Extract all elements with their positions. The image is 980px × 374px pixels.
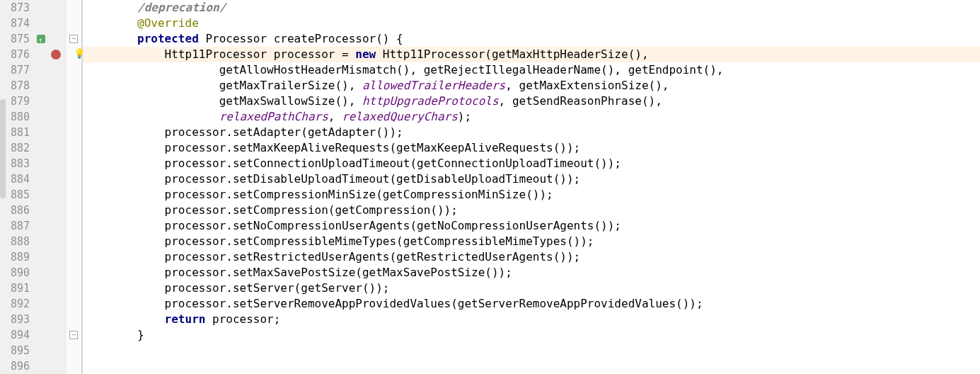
fold-cell[interactable] — [67, 234, 81, 249]
code-token: , — [328, 110, 342, 123]
fold-cell[interactable] — [67, 109, 81, 125]
code-token: processor.setRestrictedUserAgents(getRes… — [165, 250, 581, 264]
code-line[interactable]: processor.setMaxKeepAliveRequests(getMax… — [83, 140, 980, 156]
marker-cell[interactable] — [34, 109, 67, 125]
marker-cell[interactable] — [34, 187, 67, 203]
marker-cell[interactable] — [34, 234, 67, 249]
code-token: , getMaxExtensionSize(), — [505, 79, 669, 92]
code-editor[interactable]: 8738748758768778788798808818828838848858… — [0, 0, 980, 374]
line-number: 893 — [0, 312, 34, 327]
fold-cell[interactable] — [67, 140, 81, 156]
marker-cell[interactable] — [34, 280, 67, 296]
code-line[interactable]: getMaxSwallowSize(), httpUpgradeProtocol… — [83, 94, 980, 109]
intention-bulb-icon[interactable]: 💡 — [74, 49, 83, 59]
marker-cell[interactable] — [34, 296, 67, 312]
line-number: 877 — [0, 62, 34, 78]
fold-cell[interactable] — [67, 343, 81, 358]
code-line[interactable]: getMaxTrailerSize(), allowedTrailerHeade… — [83, 78, 980, 94]
fold-close-icon[interactable]: − — [69, 331, 78, 339]
marker-cell[interactable] — [34, 343, 67, 358]
code-line[interactable]: } — [83, 327, 980, 343]
fold-cell[interactable] — [67, 203, 81, 218]
vertical-scrollbar[interactable] — [0, 99, 6, 198]
fold-cell[interactable] — [67, 94, 81, 109]
line-number: 896 — [0, 358, 34, 374]
code-line[interactable]: processor.setCompressibleMimeTypes(getCo… — [83, 234, 980, 249]
code-token: processor.setConnectionUploadTimeout(get… — [165, 157, 621, 170]
code-line[interactable]: processor.setMaxSavePostSize(getMaxSaveP… — [83, 265, 980, 280]
line-number: 878 — [0, 78, 34, 94]
code-line[interactable]: processor.setCompression(getCompression(… — [83, 203, 980, 218]
fold-cell[interactable] — [67, 16, 81, 31]
fold-cell[interactable] — [67, 171, 81, 187]
gutter: 8738748758768778788798808818828838848858… — [0, 0, 83, 374]
fold-column[interactable]: −💡− — [67, 0, 82, 374]
marker-cell[interactable] — [34, 249, 67, 265]
code-line[interactable]: Http11Processor processor = new Http11Pr… — [83, 47, 980, 62]
marker-cell[interactable] — [34, 0, 67, 16]
fold-cell[interactable] — [67, 265, 81, 280]
code-line[interactable]: getAllowHostHeaderMismatch(), getRejectI… — [83, 62, 980, 78]
fold-cell[interactable] — [67, 312, 81, 327]
marker-cell[interactable] — [34, 31, 67, 47]
marker-cell[interactable] — [34, 171, 67, 187]
code-token: return — [165, 312, 212, 326]
marker-cell[interactable] — [34, 78, 67, 94]
marker-cell[interactable] — [34, 47, 67, 62]
fold-cell[interactable]: − — [67, 327, 81, 343]
line-number: 874 — [0, 16, 34, 31]
marker-cell[interactable] — [34, 203, 67, 218]
fold-cell[interactable]: 💡 — [67, 47, 81, 62]
marker-cell[interactable] — [34, 125, 67, 140]
code-line[interactable]: processor.setAdapter(getAdapter()); — [83, 125, 980, 140]
line-number: 888 — [0, 234, 34, 249]
fold-cell[interactable] — [67, 249, 81, 265]
code-token: , getSendReasonPhrase(), — [499, 94, 662, 108]
fold-cell[interactable] — [67, 78, 81, 94]
code-line[interactable]: processor.setNoCompressionUserAgents(get… — [83, 218, 980, 234]
code-line[interactable]: processor.setRestrictedUserAgents(getRes… — [83, 249, 980, 265]
fold-open-icon[interactable]: − — [69, 35, 78, 43]
fold-cell[interactable] — [67, 156, 81, 171]
fold-cell[interactable] — [67, 187, 81, 203]
code-token: Http11Processor(getMaxHttpHeaderSize(), — [383, 47, 649, 61]
code-line[interactable]: @Override — [83, 16, 980, 31]
code-token: allowedTrailerHeaders — [362, 79, 505, 92]
code-line[interactable]: relaxedPathChars, relaxedQueryChars); — [83, 109, 980, 125]
fold-cell[interactable] — [67, 62, 81, 78]
code-token: getMaxSwallowSize(), — [219, 94, 362, 108]
code-area[interactable]: /deprecation/ @Override protected Proces… — [83, 0, 980, 374]
code-line[interactable]: processor.setCompressionMinSize(getCompr… — [83, 187, 980, 203]
code-line[interactable] — [83, 358, 980, 374]
code-line[interactable]: return processor; — [83, 312, 980, 327]
fold-cell[interactable] — [67, 280, 81, 296]
code-line[interactable] — [83, 343, 980, 358]
fold-cell[interactable] — [67, 358, 81, 374]
fold-cell[interactable] — [67, 218, 81, 234]
marker-cell[interactable] — [34, 140, 67, 156]
marker-cell[interactable] — [34, 218, 67, 234]
marker-cell[interactable] — [34, 62, 67, 78]
code-line[interactable]: processor.setConnectionUploadTimeout(get… — [83, 156, 980, 171]
fold-cell[interactable] — [67, 296, 81, 312]
code-line[interactable]: processor.setServerRemoveAppProvidedValu… — [83, 296, 980, 312]
marker-cell[interactable] — [34, 94, 67, 109]
fold-cell[interactable] — [67, 125, 81, 140]
marker-cell[interactable] — [34, 312, 67, 327]
code-line[interactable]: protected Processor createProcessor() { — [83, 31, 980, 47]
breakpoint-icon[interactable] — [51, 50, 61, 60]
marker-cell[interactable] — [34, 16, 67, 31]
marker-cell[interactable] — [34, 156, 67, 171]
marker-column[interactable] — [34, 0, 67, 374]
code-line[interactable]: processor.setDisableUploadTimeout(getDis… — [83, 171, 980, 187]
marker-cell[interactable] — [34, 358, 67, 374]
marker-cell[interactable] — [34, 265, 67, 280]
code-token: getAllowHostHeaderMismatch(), getRejectI… — [219, 63, 724, 76]
fold-cell[interactable] — [67, 0, 81, 16]
code-line[interactable]: processor.setServer(getServer()); — [83, 280, 980, 296]
marker-cell[interactable] — [34, 327, 67, 343]
code-token: relaxedPathChars — [219, 110, 328, 123]
override-method-icon[interactable] — [37, 35, 45, 43]
code-line[interactable]: /deprecation/ — [83, 0, 980, 16]
fold-cell[interactable]: − — [67, 31, 81, 47]
